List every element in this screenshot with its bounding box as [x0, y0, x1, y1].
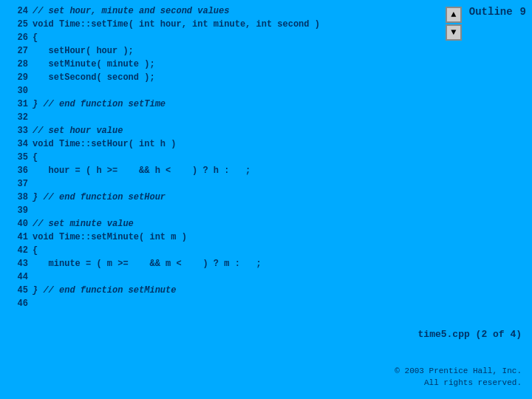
line-code: { — [33, 244, 38, 257]
line-number: 36 — [7, 164, 28, 177]
footer-line1: © 2003 Prentice Hall, Inc. — [395, 365, 522, 377]
line-number: 38 — [7, 191, 28, 204]
line-number: 25 — [7, 18, 28, 31]
line-number: 35 — [7, 151, 28, 164]
line-number: 31 — [7, 98, 28, 111]
table-row: 35{ — [7, 151, 525, 164]
line-code: void Time::setTime( int hour, int minute… — [33, 18, 320, 31]
line-code: minute = ( m >= && m < ) ? m : ; — [33, 257, 262, 270]
line-code: setSecond( second ); — [33, 71, 155, 84]
line-number: 33 — [7, 124, 28, 137]
table-row: 27 setHour( hour ); — [7, 44, 525, 58]
table-row: 40// set minute value — [7, 217, 525, 231]
line-code: setHour( hour ); — [33, 44, 134, 58]
top-right-area: ▲ ▼ Outline 9 — [446, 6, 526, 41]
table-row: 46 — [7, 297, 525, 310]
line-code: // set hour, minute and second values — [33, 4, 229, 18]
line-number: 37 — [7, 177, 28, 191]
line-number: 39 — [7, 204, 28, 217]
line-number: 34 — [7, 137, 28, 151]
line-code: } // end function setHour — [33, 191, 166, 204]
line-number: 29 — [7, 71, 28, 84]
line-number: 46 — [7, 297, 28, 310]
table-row: 32 — [7, 111, 525, 124]
line-code: hour = ( h >= && h < ) ? h : ; — [33, 164, 250, 177]
table-row: 42{ — [7, 244, 525, 257]
line-code: void Time::setMinute( int m ) — [33, 231, 187, 244]
arrow-up-button[interactable]: ▲ — [446, 7, 462, 23]
table-row: 43 minute = ( m >= && m < ) ? m : ; — [7, 257, 525, 270]
line-code: } // end function setTime — [33, 98, 166, 111]
line-number: 28 — [7, 58, 28, 71]
table-row: 29 setSecond( second ); — [7, 71, 525, 84]
line-number: 45 — [7, 284, 28, 297]
table-row: 37 — [7, 177, 525, 191]
line-number: 24 — [7, 4, 28, 18]
table-row: 33// set hour value — [7, 124, 525, 137]
table-row: 44 — [7, 270, 525, 284]
table-row: 45} // end function setMinute — [7, 284, 525, 297]
footer: © 2003 Prentice Hall, Inc. All rights re… — [395, 365, 522, 389]
line-code: void Time::setHour( int h ) — [33, 137, 176, 151]
outline-label: Outline — [469, 6, 513, 18]
table-row: 38} // end function setHour — [7, 191, 525, 204]
line-code: // set minute value — [33, 217, 134, 231]
line-number: 32 — [7, 111, 28, 124]
table-row: 31} // end function setTime — [7, 98, 525, 111]
line-code: { — [33, 151, 38, 164]
main-container: 24// set hour, minute and second values2… — [0, 0, 532, 399]
line-number: 30 — [7, 84, 28, 98]
nav-arrows: ▲ ▼ — [446, 6, 462, 41]
table-row: 34void Time::setHour( int h ) — [7, 137, 525, 151]
line-number: 26 — [7, 31, 28, 44]
arrow-down-button[interactable]: ▼ — [446, 24, 462, 41]
line-number: 42 — [7, 244, 28, 257]
line-number: 43 — [7, 257, 28, 270]
line-code: } // end function setMinute — [33, 284, 176, 297]
line-code: { — [33, 31, 38, 44]
line-number: 27 — [7, 44, 28, 58]
table-row: 39 — [7, 204, 525, 217]
line-code: setMinute( minute ); — [33, 58, 155, 71]
line-number: 44 — [7, 270, 28, 284]
table-row: 36 hour = ( h >= && h < ) ? h : ; — [7, 164, 525, 177]
slide-label: time5.cpp (2 of 4) — [418, 329, 522, 340]
line-number: 40 — [7, 217, 28, 231]
table-row: 30 — [7, 84, 525, 98]
table-row: 41void Time::setMinute( int m ) — [7, 231, 525, 244]
table-row: 28 setMinute( minute ); — [7, 58, 525, 71]
line-code: // set hour value — [33, 124, 123, 137]
line-number: 41 — [7, 231, 28, 244]
page-number: 9 — [520, 6, 526, 18]
footer-line2: All rights reserved. — [395, 377, 522, 389]
